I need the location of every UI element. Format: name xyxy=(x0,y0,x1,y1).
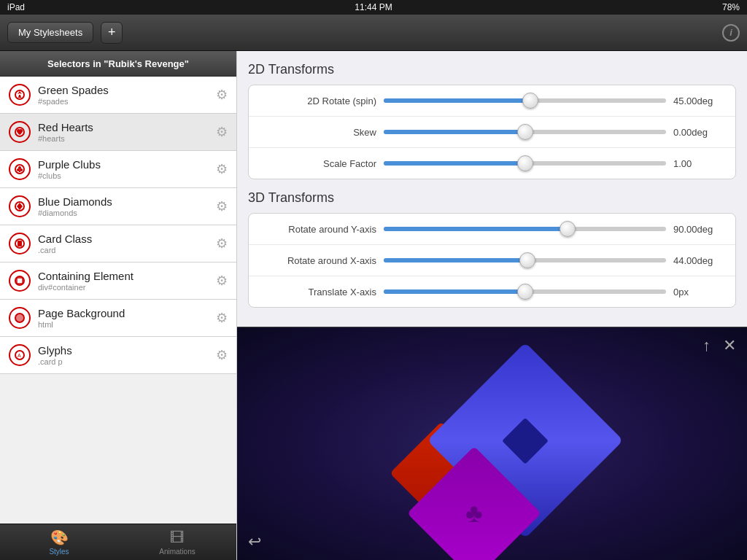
list-item[interactable]: Red Hearts #hearts ⚙ xyxy=(0,114,236,151)
right-panel: 2D Transforms 2D Rotate (spin) 45.00deg xyxy=(237,51,747,560)
selector-icon-containing-element xyxy=(9,270,31,292)
selector-icon-green-spades xyxy=(9,84,31,106)
gear-icon-card-class[interactable]: ⚙ xyxy=(216,236,228,252)
preview-cards: ♣ xyxy=(383,349,602,539)
transform-row-rotate: 2D Rotate (spin) 45.00deg xyxy=(249,85,735,117)
gear-icon-glyphs[interactable]: ⚙ xyxy=(216,347,228,363)
device-label: iPad xyxy=(7,2,25,12)
translate-x-slider[interactable] xyxy=(384,284,666,300)
list-item[interactable]: Card Class .card ⚙ xyxy=(0,225,236,262)
preview-overlay: ♣ ↑ ✕ ↩ xyxy=(237,327,747,560)
3d-transforms-card: Rotate around Y-axis 90.00deg Rotate aro… xyxy=(248,213,736,308)
skew-slider[interactable] xyxy=(384,124,666,140)
status-bar: iPad 11:44 PM 78% xyxy=(0,0,747,15)
selector-text-glyphs: Glyphs .card p xyxy=(38,344,209,366)
list-item[interactable]: Blue Diamonds #diamonds ⚙ xyxy=(0,188,236,225)
gear-icon-green-spades[interactable]: ⚙ xyxy=(216,87,228,103)
tab-bar: 🎨 Styles 🎞 Animations xyxy=(0,524,236,560)
tab-animations[interactable]: 🎞 Animations xyxy=(118,524,236,560)
list-item[interactable]: Green Spades #spades ⚙ xyxy=(0,77,236,114)
2d-transforms-card: 2D Rotate (spin) 45.00deg Skew xyxy=(248,85,736,179)
translate-x-value: 0px xyxy=(673,287,724,298)
selector-text-card-class: Card Class .card xyxy=(38,233,209,254)
selector-text-red-hearts: Red Hearts #hearts xyxy=(38,121,209,143)
transform-row-rotate-x: Rotate around X-axis 44.00deg xyxy=(249,245,735,276)
transform-row-translate-x: Translate X-axis 0px xyxy=(249,276,735,307)
list-item[interactable]: Purple Clubs #clubs ⚙ xyxy=(0,151,236,188)
preview-content: ♣ ↑ ✕ ↩ xyxy=(237,327,747,560)
rotate-y-value: 90.00deg xyxy=(673,224,724,235)
gear-icon-containing-element[interactable]: ⚙ xyxy=(216,273,228,289)
battery-label: 78% xyxy=(722,2,740,12)
time-label: 11:44 PM xyxy=(355,2,392,12)
club-symbol-icon: ♣ xyxy=(465,498,483,529)
rotate-y-slider[interactable] xyxy=(384,221,666,237)
my-stylesheets-button[interactable]: My Stylesheets xyxy=(7,22,93,43)
rotate-slider[interactable] xyxy=(384,93,666,109)
sidebar: Selectors in "Rubik's Revenge" Green Spa… xyxy=(0,51,237,560)
app-container: My Stylesheets + i Selectors in "Rubik's… xyxy=(0,15,747,560)
gear-icon-blue-diamonds[interactable]: ⚙ xyxy=(216,198,228,214)
scale-label: Scale Factor xyxy=(260,158,376,169)
preview-up-button[interactable]: ↑ xyxy=(703,336,711,355)
gear-icon-red-hearts[interactable]: ⚙ xyxy=(216,124,228,140)
rotate-value: 45.00deg xyxy=(673,96,724,106)
selector-text-blue-diamonds: Blue Diamonds #diamonds xyxy=(38,195,209,217)
selector-icon-card-class xyxy=(9,233,31,254)
list-item[interactable]: Page Background html ⚙ xyxy=(0,300,236,337)
svg-rect-6 xyxy=(19,171,20,172)
selector-text-containing-element: Containing Element div#container xyxy=(38,270,209,292)
sidebar-header: Selectors in "Rubik's Revenge" xyxy=(0,51,236,77)
skew-value: 0.00deg xyxy=(673,127,724,138)
svg-text:A: A xyxy=(18,353,21,358)
rotate-x-label: Rotate around X-axis xyxy=(260,255,376,266)
selector-icon-purple-clubs xyxy=(9,158,31,180)
selector-text-page-background: Page Background html xyxy=(38,307,209,329)
rotate-x-value: 44.00deg xyxy=(673,255,724,266)
svg-marker-8 xyxy=(17,203,23,210)
selector-icon-glyphs: A xyxy=(9,344,31,366)
styles-tab-icon: 🎨 xyxy=(50,529,69,546)
gear-icon-purple-clubs[interactable]: ⚙ xyxy=(216,161,228,177)
list-item[interactable]: Containing Element div#container ⚙ xyxy=(0,262,236,300)
skew-label: Skew xyxy=(260,127,376,138)
rotate-y-label: Rotate around Y-axis xyxy=(260,224,376,235)
content-area: Selectors in "Rubik's Revenge" Green Spa… xyxy=(0,51,747,560)
info-button[interactable]: i xyxy=(722,24,740,42)
gear-icon-page-background[interactable]: ⚙ xyxy=(216,310,228,326)
transform-row-skew: Skew 0.00deg xyxy=(249,117,735,148)
2d-transforms-title: 2D Transforms xyxy=(248,62,736,77)
selector-icon-page-background xyxy=(9,307,31,329)
blue-card-inner xyxy=(502,417,549,464)
svg-rect-12 xyxy=(17,278,23,284)
selector-list[interactable]: Green Spades #spades ⚙ Red Hearts #heart… xyxy=(0,77,236,524)
selector-icon-blue-diamonds xyxy=(9,195,31,217)
preview-close-button[interactable]: ✕ xyxy=(723,336,736,355)
selector-icon-red-hearts xyxy=(9,121,31,143)
animations-tab-icon: 🎞 xyxy=(170,529,185,546)
scale-slider[interactable] xyxy=(384,155,666,171)
selector-text-green-spades: Green Spades #spades xyxy=(38,84,209,106)
toolbar: My Stylesheets + i xyxy=(0,15,747,51)
translate-x-label: Translate X-axis xyxy=(260,287,376,298)
scale-value: 1.00 xyxy=(673,158,724,169)
transform-row-scale: Scale Factor 1.00 xyxy=(249,148,735,179)
animations-tab-label: Animations xyxy=(159,548,195,556)
transform-row-rotate-y: Rotate around Y-axis 90.00deg xyxy=(249,214,735,245)
add-stylesheet-button[interactable]: + xyxy=(101,22,123,44)
svg-rect-10 xyxy=(18,241,22,246)
rotate-label: 2D Rotate (spin) xyxy=(260,96,376,106)
list-item[interactable]: A Glyphs .card p ⚙ xyxy=(0,337,236,374)
sidebar-header-text: Selectors in "Rubik's Revenge" xyxy=(47,58,189,69)
3d-transforms-title: 3D Transforms xyxy=(248,190,736,206)
selector-text-purple-clubs: Purple Clubs #clubs xyxy=(38,158,209,180)
rotate-x-slider[interactable] xyxy=(384,252,666,268)
tab-styles[interactable]: 🎨 Styles xyxy=(0,524,118,560)
svg-rect-14 xyxy=(16,314,23,322)
preview-back-button[interactable]: ↩ xyxy=(248,532,261,551)
styles-tab-label: Styles xyxy=(49,548,69,556)
